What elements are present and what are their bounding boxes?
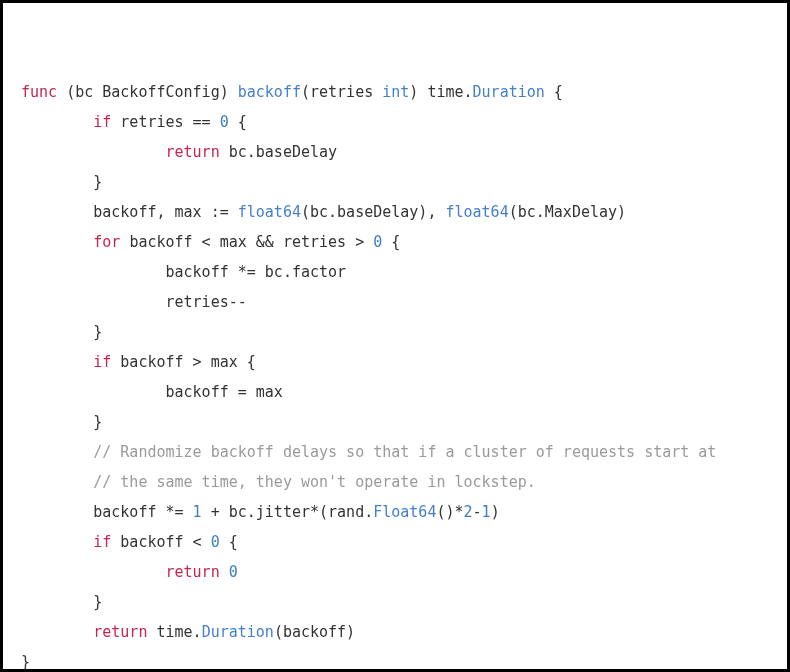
indent [21, 473, 93, 491]
code-token: return [166, 563, 229, 581]
code-token: backoff, max := [93, 203, 238, 221]
code-token: { [382, 233, 400, 251]
code-token: 0 [211, 533, 220, 551]
code-token: bc.baseDelay [229, 143, 337, 161]
code-lines: func (bc BackoffConfig) backoff(retries … [21, 77, 769, 672]
indent [21, 533, 93, 551]
code-token: backoff > max { [120, 353, 255, 371]
code-line: } [21, 647, 769, 672]
code-token: (bc.MaxDelay) [509, 203, 626, 221]
indent [21, 443, 93, 461]
code-line: } [21, 587, 769, 617]
code-token: Duration [473, 83, 545, 101]
code-token: func [21, 83, 66, 101]
indent [21, 383, 166, 401]
code-token: retries-- [166, 293, 247, 311]
code-token: backoff [238, 83, 301, 101]
code-token: backoff = max [166, 383, 283, 401]
code-line: return time.Duration(backoff) [21, 617, 769, 647]
indent [21, 563, 166, 581]
code-token: (bc.baseDelay), [301, 203, 446, 221]
code-token: Duration [202, 623, 274, 641]
code-token: return [93, 623, 156, 641]
code-line: // the same time, they won't operate in … [21, 467, 769, 497]
code-token: if [93, 533, 120, 551]
code-token: 1 [193, 503, 202, 521]
code-token: } [21, 653, 30, 671]
indent [21, 353, 93, 371]
indent [21, 293, 166, 311]
code-token: { [229, 113, 247, 131]
code-line: retries-- [21, 287, 769, 317]
code-token: int [382, 83, 409, 101]
code-token: 0 [373, 233, 382, 251]
code-line: } [21, 167, 769, 197]
code-line: func (bc BackoffConfig) backoff(retries … [21, 77, 769, 107]
code-token: backoff *= [93, 503, 192, 521]
code-line: } [21, 407, 769, 437]
code-token: for [93, 233, 129, 251]
code-line: if backoff < 0 { [21, 527, 769, 557]
code-line: backoff, max := float64(bc.baseDelay), f… [21, 197, 769, 227]
code-token: // Randomize backoff delays so that if a… [93, 443, 716, 461]
indent [21, 233, 93, 251]
code-line: backoff *= bc.factor [21, 257, 769, 287]
code-token: (backoff) [274, 623, 355, 641]
code-token: } [93, 173, 102, 191]
code-line: if retries == 0 { [21, 107, 769, 137]
indent [21, 323, 93, 341]
code-line: if backoff > max { [21, 347, 769, 377]
indent [21, 593, 93, 611]
code-token: float64 [238, 203, 301, 221]
indent [21, 503, 93, 521]
code-token: 0 [229, 563, 238, 581]
code-token: backoff < [120, 533, 210, 551]
code-token: // the same time, they won't operate in … [93, 473, 536, 491]
code-token: (retries [301, 83, 382, 101]
code-token: ) time. [409, 83, 472, 101]
code-line: // Randomize backoff delays so that if a… [21, 437, 769, 467]
code-token: 0 [220, 113, 229, 131]
code-line: for backoff < max && retries > 0 { [21, 227, 769, 257]
code-token: retries == [120, 113, 219, 131]
code-line: return 0 [21, 557, 769, 587]
code-token: float64 [445, 203, 508, 221]
code-token: (bc BackoffConfig) [66, 83, 238, 101]
indent [21, 623, 93, 641]
code-token: 1 [482, 503, 491, 521]
code-token: backoff < max && retries > [129, 233, 373, 251]
indent [21, 113, 93, 131]
code-line: backoff = max [21, 377, 769, 407]
code-line: backoff *= 1 + bc.jitter*(rand.Float64()… [21, 497, 769, 527]
code-token: 2 [464, 503, 473, 521]
code-token: } [93, 593, 102, 611]
code-token: ) [491, 503, 500, 521]
code-line: return bc.baseDelay [21, 137, 769, 167]
indent [21, 413, 93, 431]
code-token: if [93, 113, 120, 131]
indent [21, 143, 166, 161]
code-token: return [166, 143, 229, 161]
code-token: } [93, 413, 102, 431]
indent [21, 173, 93, 191]
code-token: backoff *= bc.factor [166, 263, 347, 281]
code-token: { [545, 83, 563, 101]
code-block: func (bc BackoffConfig) backoff(retries … [0, 0, 790, 672]
indent [21, 263, 166, 281]
code-token: } [93, 323, 102, 341]
indent [21, 203, 93, 221]
code-token: Float64 [373, 503, 436, 521]
code-token: { [220, 533, 238, 551]
code-token: - [473, 503, 482, 521]
code-token: + bc.jitter*(rand. [202, 503, 374, 521]
code-token: if [93, 353, 120, 371]
code-token: time. [156, 623, 201, 641]
code-token: ()* [436, 503, 463, 521]
code-line: } [21, 317, 769, 347]
